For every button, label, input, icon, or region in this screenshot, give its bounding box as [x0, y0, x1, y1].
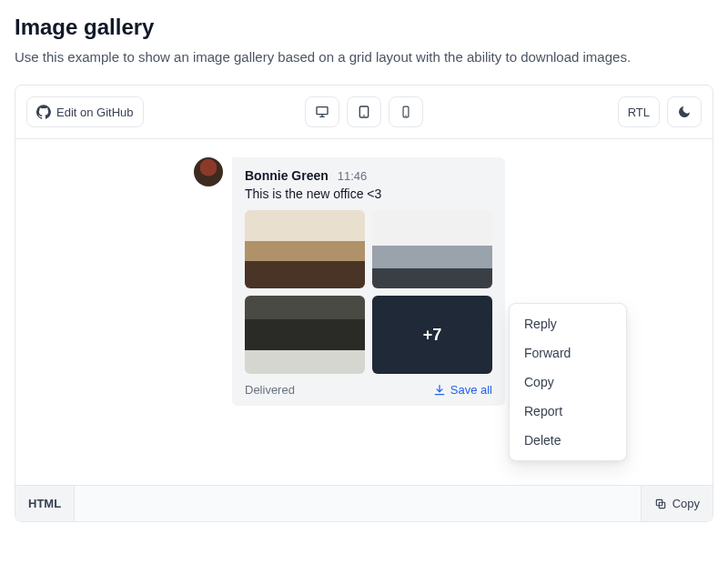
rtl-toggle-button[interactable]: RTL — [618, 96, 660, 127]
copy-label: Copy — [672, 497, 700, 510]
mobile-icon — [399, 105, 412, 119]
message-options-dropdown: Reply Forward Copy Report Delete — [509, 303, 627, 461]
gallery-more-button[interactable]: +7 — [372, 296, 492, 374]
copy-code-button[interactable]: Copy — [641, 486, 713, 521]
save-all-label: Save all — [450, 383, 492, 397]
code-tabbar: HTML Copy — [15, 485, 713, 521]
dropdown-item-delete[interactable]: Delete — [510, 426, 626, 455]
rtl-label: RTL — [628, 106, 650, 119]
preview-area: Bonnie Green 11:46 This is the new offic… — [15, 139, 713, 485]
tab-html[interactable]: HTML — [15, 486, 75, 521]
dropdown-item-forward[interactable]: Forward — [510, 338, 626, 368]
image-gallery-grid: +7 — [245, 210, 492, 374]
gallery-image[interactable] — [245, 296, 365, 374]
message-text: This is the new office <3 — [245, 186, 492, 201]
page-title: Image gallery — [15, 15, 713, 40]
download-icon — [433, 384, 446, 397]
page-description: Use this example to show an image galler… — [15, 49, 713, 65]
edit-on-github-label: Edit on GitHub — [56, 106, 134, 119]
gallery-image[interactable] — [372, 210, 492, 288]
status-badge: Delivered — [245, 383, 295, 397]
moon-icon — [677, 105, 692, 119]
viewport-switcher — [305, 96, 423, 127]
gallery-image[interactable] — [245, 210, 365, 288]
github-icon — [36, 105, 51, 119]
desktop-icon — [315, 105, 329, 119]
example-toolbar: Edit on GitHub RTL — [15, 86, 713, 139]
message-time: 11:46 — [338, 169, 368, 183]
avatar — [194, 157, 223, 186]
dark-mode-toggle-button[interactable] — [667, 96, 702, 127]
mobile-view-button[interactable] — [389, 96, 423, 127]
save-all-button[interactable]: Save all — [433, 383, 492, 397]
gallery-more-count: +7 — [423, 326, 442, 345]
example-frame: Edit on GitHub RTL — [15, 85, 713, 522]
message-bubble: Bonnie Green 11:46 This is the new offic… — [232, 157, 505, 406]
desktop-view-button[interactable] — [305, 96, 339, 127]
dropdown-item-report[interactable]: Report — [510, 397, 626, 426]
edit-on-github-button[interactable]: Edit on GitHub — [26, 96, 144, 127]
tablet-view-button[interactable] — [347, 96, 381, 127]
dropdown-item-reply[interactable]: Reply — [510, 309, 626, 338]
copy-icon — [654, 498, 667, 510]
svg-rect-0 — [317, 107, 328, 115]
sender-name: Bonnie Green — [245, 168, 329, 183]
dropdown-item-copy[interactable]: Copy — [510, 368, 626, 397]
tablet-icon — [357, 105, 371, 119]
